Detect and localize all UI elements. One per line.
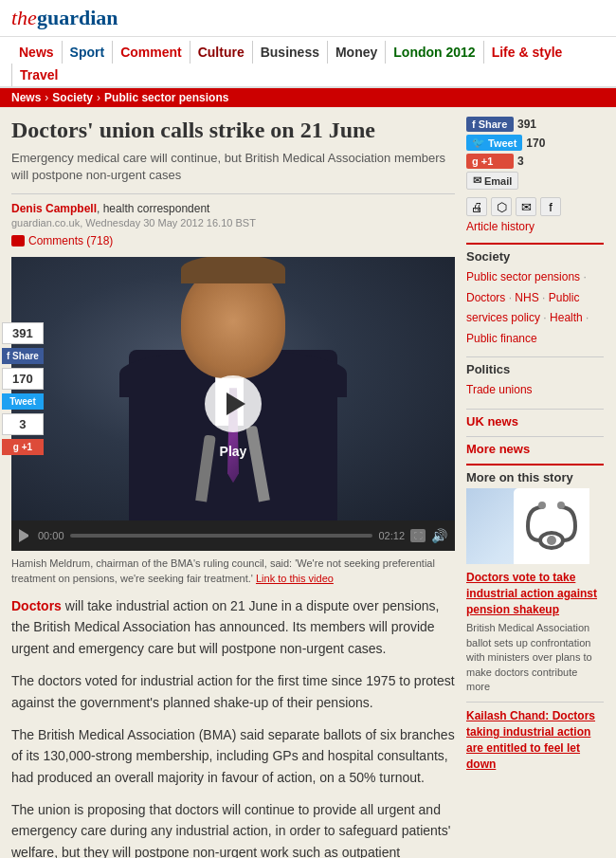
nav-culture[interactable]: Culture [190, 41, 252, 64]
gp-icon: g [472, 155, 479, 167]
header: theguardian [0, 0, 616, 37]
nav-london[interactable]: London 2012 [385, 41, 482, 64]
logo-guardian: guardian [37, 6, 118, 29]
comments-link[interactable]: Comments (718) [11, 234, 455, 247]
uk-title: UK news [466, 414, 604, 429]
video-duration: 02:12 [378, 530, 405, 541]
nav-money[interactable]: Money [327, 41, 385, 64]
fb-count: 391 [517, 118, 536, 131]
gp-label: +1 [481, 155, 494, 167]
body-para-3: The British Medical Association (BMA) sa… [11, 724, 455, 788]
more-news-title: More news [466, 442, 604, 456]
tw-share-button[interactable]: 🐦 Tweet [466, 135, 522, 151]
article: Doctors' union calls strike on 21 June E… [11, 117, 455, 858]
email-icon: ✉ [473, 174, 481, 187]
body-para-2: The doctors voted for industrial action … [11, 670, 455, 713]
facebook-icon2[interactable]: f [540, 197, 561, 216]
story1-desc: British Medical Association ballot sets … [466, 621, 604, 694]
tw-label: Tweet [488, 137, 516, 149]
email-share: ✉ Email [466, 172, 604, 190]
link-doctors[interactable]: Doctors [466, 291, 505, 304]
article-title: Doctors' union calls strike on 21 June [11, 117, 455, 144]
body-para-1: Doctors will take industrial action on 2… [11, 595, 455, 659]
video-play-icon[interactable] [19, 529, 32, 542]
society-title: Society [466, 249, 604, 264]
bc-news[interactable]: News [11, 91, 41, 104]
nav-life[interactable]: Life & style [483, 41, 571, 64]
action-icons: 🖨 ⬡ ✉ f [466, 197, 604, 216]
story1-link[interactable]: Doctors vote to take industrial action a… [466, 570, 604, 617]
main-nav: NewsSportCommentCultureBusinessMoneyLond… [0, 37, 616, 88]
svg-point-1 [538, 502, 546, 509]
gp-share: g +1 3 [466, 154, 604, 169]
article-body: Doctors will take industrial action on 2… [11, 595, 455, 858]
comments-label: Comments (718) [28, 234, 113, 247]
link-nhs[interactable]: NHS [515, 291, 538, 304]
dateline: guardian.co.uk, Wednesday 30 May 2012 16… [11, 217, 455, 228]
link-public-finance[interactable]: Public finance [466, 332, 537, 345]
email-label: Email [484, 175, 512, 187]
author-link[interactable]: Denis Campbell [11, 202, 97, 215]
bc-society[interactable]: Society [52, 91, 93, 104]
fullscreen-icon[interactable]: ⛶ [410, 529, 426, 542]
article-standfirst: Emergency medical care will continue, bu… [11, 150, 455, 184]
video-time: 00:00 [38, 530, 64, 541]
gp-count: 3 [517, 155, 524, 168]
tw-share: 🐦 Tweet 170 [466, 135, 604, 151]
fb-share: f Share 391 [466, 117, 604, 132]
share-icon[interactable]: ⬡ [491, 197, 512, 216]
sidebar-uknews: UK news [466, 409, 604, 429]
nav-sport[interactable]: Sport [62, 41, 113, 64]
video-player[interactable]: Play 00:00 02:12 ⛶ 🔊 [11, 257, 455, 551]
fb-icon: f [472, 119, 476, 130]
video-progress[interactable] [70, 534, 373, 538]
nav-business[interactable]: Business [252, 41, 327, 64]
sidebar: f Share 391 🐦 Tweet 170 g +1 3 [466, 117, 604, 858]
contact-icon[interactable]: ✉ [516, 197, 536, 216]
bc-pensions[interactable]: Public sector pensions [104, 91, 228, 104]
logo-the: the [11, 6, 37, 29]
print-icon[interactable]: 🖨 [466, 197, 487, 216]
more-story-image [466, 488, 589, 564]
byline-role: , health correspondent [97, 202, 209, 215]
nav-comment[interactable]: Comment [112, 41, 190, 64]
tw-icon: 🐦 [472, 137, 485, 149]
sidebar-more-story: More on this story [466, 464, 604, 773]
svg-point-2 [557, 502, 565, 509]
article-history-link[interactable]: Article history [466, 220, 604, 233]
volume-icon[interactable]: 🔊 [431, 528, 447, 543]
politics-links: Trade unions [466, 380, 604, 401]
nav-news[interactable]: News [11, 41, 62, 64]
video-caption: Hamish Meldrum, chairman of the BMA's ru… [11, 557, 455, 586]
sidebar-more-news: More news [466, 436, 604, 456]
video-placeholder: Play 00:00 02:12 ⛶ 🔊 [11, 257, 455, 551]
sidebar-politics: Politics Trade unions [466, 356, 604, 401]
byline: Denis Campbell, health correspondent [11, 202, 455, 215]
link-health[interactable]: Health [550, 311, 583, 324]
social-share: f Share 391 🐦 Tweet 170 g +1 3 [466, 117, 604, 190]
svg-point-3 [547, 536, 556, 545]
tw-count: 170 [526, 137, 545, 150]
fb-share-button[interactable]: f Share [466, 117, 514, 132]
politics-title: Politics [466, 362, 604, 376]
link-trade-unions[interactable]: Trade unions [466, 383, 533, 396]
email-share-button[interactable]: ✉ Email [466, 172, 518, 190]
nav-travel[interactable]: Travel [11, 64, 65, 86]
play-button[interactable] [205, 375, 262, 432]
more-story-title: More on this story [466, 470, 604, 484]
body-para-4: The union is proposing that doctors will… [11, 799, 455, 858]
logo: theguardian [11, 6, 605, 30]
play-label: Play [220, 444, 247, 459]
society-links: Public sector pensions · Doctors · NHS ·… [466, 267, 604, 349]
main-wrapper: Doctors' union calls strike on 21 June E… [0, 107, 616, 858]
doctors-link[interactable]: Doctors [11, 598, 62, 613]
comment-icon [11, 235, 25, 246]
video-link[interactable]: Link to this video [256, 573, 334, 584]
video-controls: 00:00 02:12 ⛶ 🔊 [11, 520, 455, 551]
gp-share-button[interactable]: g +1 [466, 154, 514, 169]
link-pensions[interactable]: Public sector pensions [466, 270, 580, 283]
story2-link[interactable]: Kailash Chand: Doctors taking industrial… [466, 708, 604, 772]
story2: Kailash Chand: Doctors taking industrial… [466, 702, 604, 772]
sidebar-society: Society Public sector pensions · Doctors… [466, 243, 604, 349]
fb-label: Share [479, 119, 508, 130]
